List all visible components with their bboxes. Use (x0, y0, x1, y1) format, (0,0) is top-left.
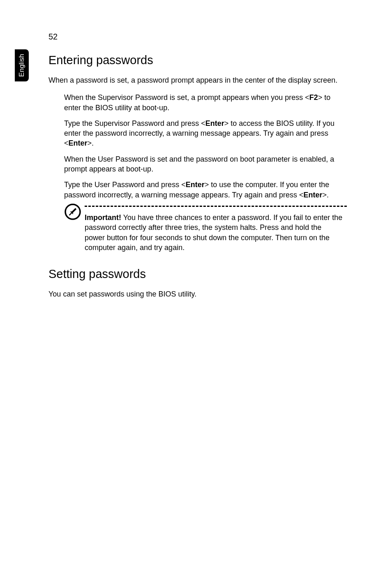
key-Enter: Enter (69, 139, 88, 147)
note-label: Important! (85, 213, 121, 222)
text: Type the Supervisor Password and press < (64, 119, 205, 127)
key-F2: F2 (309, 93, 318, 102)
important-note: Important! You have three chances to ent… (48, 206, 344, 253)
key-Enter: Enter (205, 119, 224, 127)
text: >. (88, 139, 94, 147)
key-Enter: Enter (303, 191, 322, 199)
pin-icon (64, 203, 81, 220)
intro-paragraph: When a password is set, a password promp… (48, 75, 344, 85)
language-tab-text: English (18, 54, 26, 77)
text: Type the User Password and press < (64, 181, 186, 189)
list-item: Type the User Password and press <Enter>… (64, 180, 344, 200)
language-tab: English (15, 49, 29, 81)
divider-dashed (85, 206, 347, 207)
text: >. (322, 191, 329, 199)
note-body: You have three chances to enter a passwo… (85, 213, 342, 252)
list-item: When the Supervisor Password is set, a p… (64, 93, 344, 113)
list-item: Type the Supervisor Password and press <… (64, 118, 344, 148)
bullet-list: When the Supervisor Password is set, a p… (48, 93, 344, 200)
heading-entering-passwords: Entering passwords (48, 53, 344, 67)
text: When the Supervisor Password is set, a p… (64, 93, 309, 102)
svg-line-1 (69, 213, 72, 215)
page-content: Entering passwords When a password is se… (48, 53, 344, 299)
heading-setting-passwords: Setting passwords (48, 267, 344, 281)
body-paragraph: You can set passwords using the BIOS uti… (48, 289, 344, 299)
note-text: Important! You have three chances to ent… (85, 213, 343, 253)
key-Enter: Enter (186, 181, 205, 189)
page-number: 52 (48, 32, 58, 42)
list-item: When the User Password is set and the pa… (64, 154, 344, 174)
text: When the User Password is set and the pa… (64, 155, 334, 173)
